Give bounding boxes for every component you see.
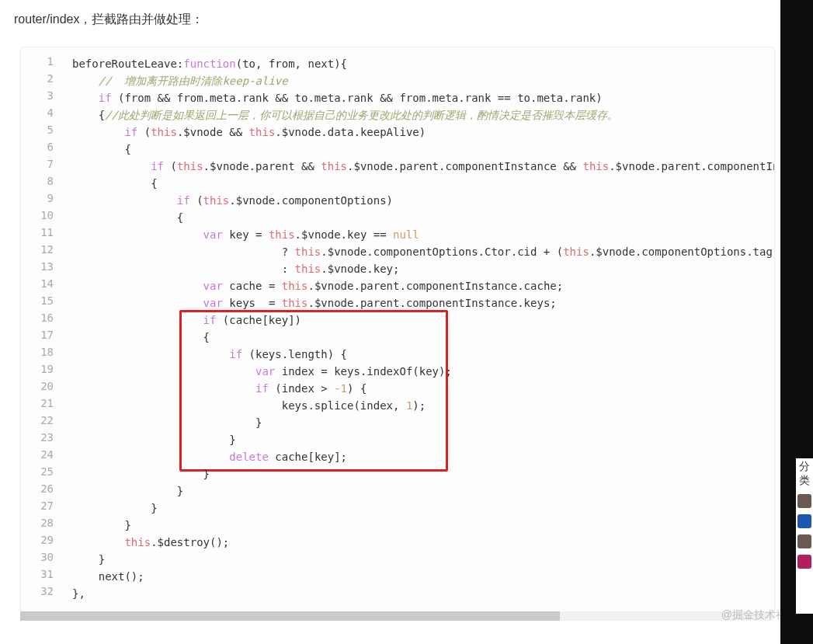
sidebar-thumb[interactable]	[797, 534, 811, 548]
sidebar-thumb[interactable]	[797, 494, 811, 508]
line-number: 31	[21, 568, 54, 580]
line-number: 23	[21, 431, 54, 444]
code-area: beforeRouteLeave:function(to, from, next…	[66, 47, 774, 609]
line-number-gutter: 1234567891011121314151617181920212223242…	[21, 47, 61, 609]
horizontal-scrollbar-thumb[interactable]	[20, 611, 560, 621]
code-line: ? this.$vnode.componentOptions.Ctor.cid …	[72, 243, 774, 260]
sidebar-thumb[interactable]	[797, 555, 811, 569]
line-number: 20	[21, 380, 54, 392]
code-line: }	[72, 414, 262, 431]
code-line: if (cache[key])	[72, 312, 301, 329]
line-number: 27	[21, 500, 54, 512]
line-number: 21	[21, 397, 54, 409]
line-number: 18	[21, 346, 54, 358]
code-line: },	[72, 585, 85, 602]
code-line: {//此处判断是如果返回上一层，你可以根据自己的业务更改此处的判断逻辑，酌情决定…	[72, 106, 618, 124]
code-line: next();	[72, 568, 144, 585]
line-number: 29	[21, 534, 54, 546]
code-block: 1234567891011121314151617181920212223242…	[20, 47, 775, 619]
line-number: 19	[21, 363, 54, 375]
code-line: {	[72, 209, 183, 226]
sidebar-thumb[interactable]	[797, 514, 811, 528]
code-line: var keys = this.$vnode.parent.componentI…	[72, 294, 557, 312]
sidebar-section-title: 分类	[796, 458, 813, 488]
line-number: 15	[21, 294, 54, 307]
line-number: 6	[21, 141, 54, 153]
line-number: 16	[21, 312, 54, 324]
code-line: {	[72, 175, 158, 192]
line-number: 10	[21, 209, 54, 221]
line-number: 22	[21, 414, 54, 426]
code-line: }	[72, 482, 183, 500]
code-line: this.$destroy();	[72, 534, 229, 551]
code-line: keys.splice(index, 1);	[72, 397, 426, 414]
code-line: delete cache[key];	[72, 448, 347, 465]
code-line: if (from && from.meta.rank && to.meta.ra…	[72, 89, 603, 106]
line-number: 1	[21, 55, 54, 68]
line-number: 17	[21, 329, 54, 341]
line-number: 12	[21, 243, 54, 256]
line-number: 24	[21, 448, 54, 461]
line-number: 32	[21, 585, 54, 597]
code-line: }	[72, 517, 131, 534]
line-number: 13	[21, 260, 54, 273]
horizontal-scrollbar[interactable]	[20, 611, 773, 621]
code-line: if (this.$vnode.componentOptions)	[72, 192, 393, 209]
code-line: {	[72, 329, 210, 346]
line-number: 8	[21, 175, 54, 187]
code-line: beforeRouteLeave:function(to, from, next…	[72, 55, 347, 72]
line-number: 9	[21, 192, 54, 204]
code-line: if (keys.length) {	[72, 346, 347, 363]
code-line: var key = this.$vnode.key == null	[72, 226, 419, 243]
line-number: 25	[21, 465, 54, 478]
line-number: 26	[21, 482, 54, 495]
code-line: if (index > -1) {	[72, 380, 367, 397]
code-line: if (this.$vnode && this.$vnode.data.keep…	[72, 124, 426, 141]
page: router/index，拦截路由并做处理： 12345678910111213…	[0, 0, 813, 644]
line-number: 28	[21, 517, 54, 529]
code-line: }	[72, 551, 105, 568]
code-line: // 增加离开路由时清除keep-alive	[72, 72, 288, 89]
code-line: var cache = this.$vnode.parent.component…	[72, 277, 563, 294]
line-number: 14	[21, 277, 54, 290]
code-line: }	[72, 431, 236, 448]
line-number: 30	[21, 551, 54, 563]
code-line: }	[72, 465, 210, 482]
line-number: 4	[21, 106, 54, 119]
line-number: 11	[21, 226, 54, 238]
code-line: }	[72, 500, 158, 517]
code-line: var index = keys.indexOf(key);	[72, 363, 452, 380]
code-line: if (this.$vnode.parent && this.$vnode.pa…	[72, 158, 774, 175]
line-number: 2	[21, 72, 54, 85]
code-line: : this.$vnode.key;	[72, 260, 399, 277]
line-number: 3	[21, 89, 54, 102]
right-sidebar: 分类	[796, 458, 813, 614]
line-number: 7	[21, 158, 54, 170]
line-number: 5	[21, 124, 54, 136]
code-line: {	[72, 141, 131, 158]
intro-text: router/index，拦截路由并做处理：	[14, 12, 204, 28]
